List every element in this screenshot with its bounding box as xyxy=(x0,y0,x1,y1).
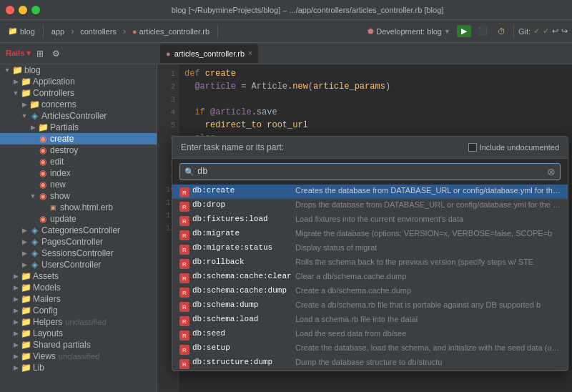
sidebar-item-update[interactable]: ◉ update xyxy=(0,213,157,225)
tab-close-icon[interactable]: × xyxy=(248,49,252,57)
folder-icon: 📁 xyxy=(20,363,31,373)
result-item[interactable]: Rdb:migrate:statusDisplay status of migr… xyxy=(172,242,568,256)
include-undocumented-option[interactable]: Include undocumented xyxy=(468,143,559,152)
include-undocumented-checkbox[interactable] xyxy=(468,143,477,152)
sidebar-item-users-controller[interactable]: ▶ ◈ UsersController xyxy=(0,259,157,270)
sidebar-item-concerns[interactable]: ▶ 📁 concerns xyxy=(0,99,157,110)
result-rake-icon: R xyxy=(179,259,189,269)
result-task-name: db:setup xyxy=(192,343,292,352)
result-item[interactable]: Rdb:schema:cache:dumpCreate a db/schema.… xyxy=(172,285,568,299)
sidebar-item-destroy[interactable]: ◉ destroy xyxy=(0,144,157,156)
sidebar-item-shared-partials[interactable]: ▶ 📁 Shared partials xyxy=(0,339,157,351)
debug-button[interactable]: ⬛ xyxy=(474,25,491,37)
arrow-icon: ▼ xyxy=(11,89,20,97)
result-item[interactable]: Rdb:createCreates the database from DATA… xyxy=(172,185,568,199)
result-item[interactable]: Rdb:dropDrops the database from DATABASE… xyxy=(172,199,568,213)
tree-label: Controllers xyxy=(33,88,74,98)
sidebar-item-models[interactable]: ▶ 📁 Models xyxy=(0,282,157,293)
tree-label: PagesController xyxy=(41,237,103,247)
sidebar-item-partials[interactable]: ▶ 📁 Partials xyxy=(0,122,157,133)
minimize-button[interactable] xyxy=(19,6,27,14)
git-check-icon2: ✓ xyxy=(543,26,549,36)
tree-sublabel: unclassified xyxy=(59,352,99,361)
sidebar-item-application[interactable]: ▶ 📁 Application xyxy=(0,76,157,87)
file-tree-sidebar: ▼ 📁 blog ▶ 📁 Application ▼ 📁 Controllers… xyxy=(0,64,157,392)
traffic-lights xyxy=(6,6,40,14)
top-toolbar: 📁 blog app › controllers › ● articles_co… xyxy=(0,20,572,43)
run-config-selector[interactable]: ⬟ Development: blog ▼ xyxy=(364,26,454,37)
tree-label: Partials xyxy=(50,122,79,132)
sidebar-item-views[interactable]: ▶ 📁 Views unclassified xyxy=(0,351,157,362)
sidebar-item-new[interactable]: ◉ new xyxy=(0,179,157,190)
result-item[interactable]: Rdb:schema:dumpCreate a db/schema.rb fil… xyxy=(172,299,568,313)
sidebar-item-articles-controller[interactable]: ▼ ◈ ArticlesController xyxy=(0,110,157,122)
include-undocumented-label: Include undocumented xyxy=(480,143,559,152)
breadcrumb-file[interactable]: ● articles_controller.rb xyxy=(129,26,213,37)
result-item[interactable]: Rdb:fixtures:loadLoad fixtures into the … xyxy=(172,213,568,227)
arrow-icon: ▶ xyxy=(11,353,20,360)
sidebar-item-config[interactable]: ▶ 📁 Config xyxy=(0,305,157,316)
sidebar-item-lib[interactable]: ▶ 📁 Lib xyxy=(0,362,157,373)
maximize-button[interactable] xyxy=(31,6,40,14)
titlebar: blog [~/RubymineProjects/blog] – .../app… xyxy=(0,0,572,20)
run-button[interactable]: ▶ xyxy=(457,25,471,37)
sidebar-item-categories-controller[interactable]: ▶ ◈ CategoriesController xyxy=(0,225,157,236)
html-icon: ▣ xyxy=(47,204,59,211)
tree-label: Assets xyxy=(33,271,59,281)
project-selector[interactable]: 📁 blog xyxy=(4,25,39,37)
sidebar-tool-structure[interactable]: ⊞ xyxy=(34,47,46,60)
arrow-icon: ▶ xyxy=(11,284,20,291)
result-rake-icon: R xyxy=(179,245,189,255)
sidebar-item-layouts[interactable]: ▶ 📁 Layouts xyxy=(0,328,157,339)
sidebar-item-helpers[interactable]: ▶ 📁 Helpers unclassified xyxy=(0,316,157,328)
breadcrumb-controllers[interactable]: controllers xyxy=(77,26,120,37)
git-redo-button[interactable]: ↪ xyxy=(561,26,568,36)
arrow-icon: ▼ xyxy=(29,192,37,200)
result-item[interactable]: Rdb:setupCreate the database, load the s… xyxy=(172,342,568,356)
rails-dropdown[interactable]: Rails ▾ xyxy=(6,49,31,58)
result-item[interactable]: Rdb:migrateMigrate the database (options… xyxy=(172,227,568,242)
result-item[interactable]: Rdb:rollbackRolls the schema back to the… xyxy=(172,256,568,270)
file-tab-articles-controller[interactable]: ● articles_controller.rb × xyxy=(160,44,258,63)
result-task-desc: Clear a db/schema.cache.dump xyxy=(295,272,406,280)
sidebar-item-show[interactable]: ▼ ◉ show xyxy=(0,190,157,202)
task-dialog: Enter task name or its part: Include und… xyxy=(172,136,568,371)
result-item[interactable]: Rdb:schema:loadLoad a schema.rb file int… xyxy=(172,313,568,328)
sidebar-item-edit[interactable]: ◉ edit xyxy=(0,156,157,167)
folder-icon: 📁 xyxy=(11,65,23,75)
sidebar-item-index[interactable]: ◉ index xyxy=(0,167,157,179)
sidebar-item-create[interactable]: ◉ create xyxy=(0,133,157,144)
git-undo-button[interactable]: ↩ xyxy=(552,26,558,36)
sidebar-item-assets[interactable]: ▶ 📁 Assets xyxy=(0,270,157,282)
project-name: blog xyxy=(20,27,35,36)
result-task-desc: Load fixtures into the current environme… xyxy=(295,215,463,223)
result-item[interactable]: Rdb:structure:dumpDump the database stru… xyxy=(172,356,568,371)
tree-label: Layouts xyxy=(33,328,63,338)
git-check-icon: ✓ xyxy=(533,26,540,36)
profile-button[interactable]: ⏱ xyxy=(494,26,509,37)
run-config-label: Development: blog xyxy=(376,27,442,36)
tree-label: destroy xyxy=(50,145,78,155)
tree-label: Shared partials xyxy=(33,340,91,350)
sidebar-item-mailers[interactable]: ▶ 📁 Mailers xyxy=(0,293,157,305)
sidebar-item-sessions-controller[interactable]: ▶ ◈ SessionsController xyxy=(0,248,157,259)
result-item[interactable]: Rdb:schema:cache:clearClear a db/schema.… xyxy=(172,270,568,285)
result-task-name: db:schema:load xyxy=(192,315,292,323)
tree-label: Views xyxy=(33,351,56,361)
sidebar-tool-settings[interactable]: ⚙ xyxy=(49,47,63,60)
breadcrumb-app[interactable]: app xyxy=(48,26,68,37)
result-task-desc: Display status of migrat xyxy=(295,243,377,252)
sidebar-item-show-html[interactable]: ▣ show.html.erb xyxy=(0,202,157,213)
sidebar-item-controllers[interactable]: ▼ 📁 Controllers xyxy=(0,87,157,99)
search-clear-icon[interactable]: ⊗ xyxy=(547,166,556,177)
tab-label: articles_controller.rb xyxy=(174,49,245,58)
close-button[interactable] xyxy=(6,6,14,14)
tree-label: create xyxy=(50,134,74,144)
tree-root-blog[interactable]: ▼ 📁 blog xyxy=(0,64,157,76)
result-item[interactable]: Rdb:seedLoad the seed data from db/see xyxy=(172,328,568,342)
sidebar-item-pages-controller[interactable]: ▶ ◈ PagesController xyxy=(0,236,157,248)
class-icon: ◈ xyxy=(29,225,40,235)
result-task-name: db:create xyxy=(192,186,292,195)
task-search-input[interactable] xyxy=(197,167,544,177)
tree-label: edit xyxy=(50,157,64,167)
